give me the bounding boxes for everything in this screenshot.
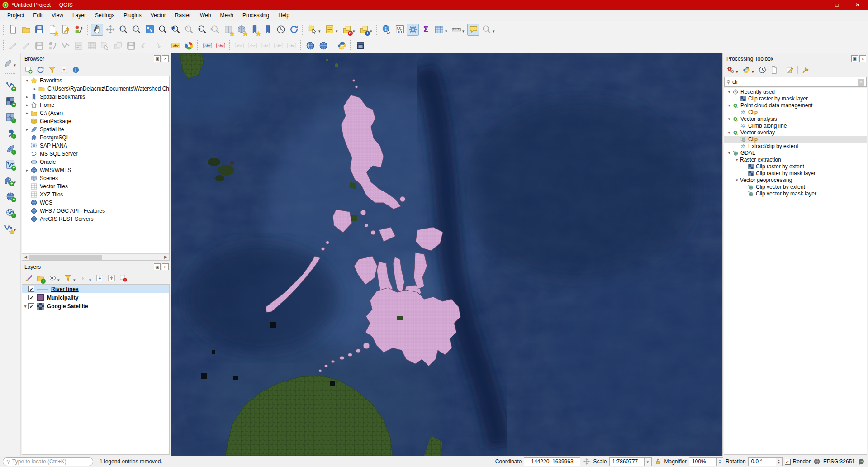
menu-plugins[interactable]: Plugins	[119, 11, 146, 20]
measure-icon[interactable]	[450, 24, 462, 36]
move-label-icon[interactable]	[272, 40, 285, 52]
expander-icon[interactable]: ▾	[734, 178, 740, 182]
expander-icon[interactable]: ▾	[726, 130, 732, 135]
toolbar-grip[interactable]	[301, 24, 305, 35]
python-scripts-icon-dropdown[interactable]: ▾	[752, 70, 755, 74]
pin-labels-icon[interactable]	[246, 40, 258, 52]
tree-item-clip-vector-by-extent[interactable]: Clip vector by extent	[724, 183, 867, 190]
history-icon[interactable]	[757, 65, 768, 76]
add-mesh-layer-icon[interactable]: +	[4, 111, 16, 123]
refresh-icon[interactable]	[288, 24, 300, 36]
add-virtual-layer-icon[interactable]: +	[4, 158, 16, 171]
menu-view[interactable]: View	[47, 11, 68, 20]
tree-item-clip[interactable]: Clip	[724, 136, 867, 143]
tree-item-gdal[interactable]: ▾GDAL	[724, 149, 867, 156]
browser-float-button[interactable]: ▣	[154, 55, 161, 62]
tree-item-clip-raster-by-extent[interactable]: Clip raster by extent	[724, 163, 867, 170]
select-features-icon-dropdown[interactable]: ▾	[318, 29, 322, 33]
add-raster-layer-icon[interactable]: +	[4, 95, 16, 107]
rotation-spinbox[interactable]: 0.0 ° ▲▼	[748, 457, 783, 466]
change-label-icon[interactable]	[285, 40, 298, 52]
scale-dropdown-icon[interactable]: ▾	[645, 457, 652, 466]
add-selected-layers-icon[interactable]	[23, 65, 34, 76]
save-project-icon[interactable]	[33, 24, 45, 36]
edit-features-inplace-icon[interactable]	[784, 65, 795, 76]
expander-icon[interactable]: ▸	[24, 95, 30, 99]
toolbar-grip[interactable]	[2, 40, 5, 51]
layers-close-button[interactable]: ×	[162, 263, 169, 270]
tree-item-clip-raster-by-mask-layer[interactable]: Clip raster by mask layer	[724, 170, 867, 176]
nominatim-search-icon-dropdown[interactable]: ▾	[493, 29, 496, 33]
annotation-toolbar-icon[interactable]	[2, 57, 14, 69]
processing-toolbox-icon[interactable]	[407, 24, 419, 36]
copy-features-icon[interactable]	[112, 40, 124, 52]
tree-item-clip-vector-by-mask-layer[interactable]: Clip vector by mask layer	[724, 190, 867, 197]
tree-item-spatialite[interactable]: ▸SpatiaLite	[22, 125, 169, 133]
unplaced-labels-icon[interactable]	[214, 40, 227, 52]
tree-item-xyz-tiles[interactable]: XYZ Tiles	[22, 191, 169, 199]
coordinate-input[interactable]: 144220, 1639963	[524, 457, 580, 466]
menu-processing[interactable]: Processing	[238, 11, 274, 20]
filter-legend-icon-dropdown[interactable]: ▾	[73, 278, 77, 282]
tree-item-clip-raster-by-mask-layer[interactable]: Clip raster by mask layer	[724, 95, 867, 102]
pan-map-icon[interactable]	[91, 24, 103, 36]
tree-item-point-cloud-data-management[interactable]: ▾Point cloud data management	[724, 102, 867, 109]
new-3d-map-view-icon[interactable]: ★	[235, 24, 247, 36]
layer-visibility-checkbox[interactable]: ✓	[28, 295, 34, 300]
toggle-editing-icon[interactable]	[20, 40, 32, 52]
scroll-left-icon[interactable]: ◀	[22, 255, 29, 259]
menu-layer[interactable]: Layer	[68, 11, 90, 20]
add-spatialite-layer-icon[interactable]: +	[4, 143, 16, 155]
show-statistics-icon[interactable]	[420, 24, 432, 36]
tree-item-sap-hana[interactable]: SAP HANA	[22, 142, 169, 150]
toolbar-grip[interactable]	[375, 24, 379, 35]
add-postgis-layer-icon-dropdown[interactable]: ▾	[14, 180, 18, 185]
paste-features-icon[interactable]	[125, 40, 137, 52]
manage-map-themes-icon[interactable]	[47, 273, 57, 284]
show-hidden-labels-icon[interactable]	[259, 40, 271, 52]
map-canvas[interactable]	[171, 53, 722, 456]
locate-input[interactable]: ⚲ Type to locate (Ctrl+K)	[3, 457, 93, 466]
manage-map-themes-icon-dropdown[interactable]: ▾	[57, 278, 61, 282]
select-by-form-icon[interactable]	[323, 24, 336, 36]
tree-item-scenes[interactable]: Scenes	[22, 174, 169, 182]
tree-item-ms-sql-server[interactable]: MS SQL Server	[22, 150, 169, 158]
menu-project[interactable]: Project	[3, 11, 28, 20]
magnifier-spin-icons[interactable]: ▲▼	[717, 457, 723, 466]
python-console-icon[interactable]	[336, 40, 348, 52]
new-spatial-bookmark-icon[interactable]: ★	[248, 24, 261, 36]
layer-expander-icon[interactable]: ▾	[22, 304, 28, 309]
expand-all-icon[interactable]	[94, 273, 105, 284]
open-project-icon[interactable]	[20, 24, 32, 36]
new-project-icon[interactable]	[7, 24, 19, 36]
add-group-icon[interactable]: +	[35, 273, 46, 284]
tree-item-postgresql[interactable]: PostgreSQL	[22, 133, 169, 142]
expander-icon[interactable]: ▸	[24, 111, 30, 115]
toolbar-grip[interactable]	[349, 40, 353, 51]
menu-edit[interactable]: Edit	[28, 11, 47, 20]
expander-icon[interactable]: ▾	[726, 117, 732, 121]
zoom-next-icon[interactable]: ▸	[209, 24, 221, 36]
deselect-features-icon[interactable]: ✕	[341, 24, 353, 36]
lock-scale-icon[interactable]	[654, 457, 662, 466]
render-checkbox[interactable]: ✓	[785, 459, 791, 465]
layer-visibility-checkbox[interactable]: ✓	[28, 303, 34, 309]
pan-to-selection-icon[interactable]	[104, 24, 116, 36]
tree-item-c-users-ryandelacruz-documents-watershed-cha[interactable]: ▸C:\Users\RyanDelacruz\Documents\Watersh…	[22, 85, 169, 93]
filter-by-expression-icon[interactable]	[78, 273, 89, 284]
messages-icon[interactable]	[857, 457, 865, 466]
processing-search-input[interactable]: ⚲ cli ✕	[724, 77, 867, 87]
multiedit-attributes-icon[interactable]	[72, 40, 85, 52]
labeling-options-icon[interactable]	[201, 40, 213, 52]
zoom-to-selection-icon[interactable]	[157, 24, 169, 36]
show-spatial-bookmarks-icon[interactable]	[261, 24, 274, 36]
scale-combobox[interactable]: 1:7860777 ▾	[609, 457, 652, 466]
processing-close-button[interactable]: ×	[859, 55, 866, 62]
nominatim-search-icon[interactable]	[480, 24, 493, 36]
tree-item-wfs-ogc-api-features[interactable]: WFS / OGC API - Features	[22, 207, 169, 215]
layer-labeling-icon[interactable]	[170, 40, 182, 52]
remove-layer-icon[interactable]	[118, 273, 128, 284]
open-layer-styling-icon[interactable]	[23, 273, 34, 284]
enable-properties-widget-icon[interactable]	[70, 65, 81, 76]
toolbar-grip[interactable]	[228, 40, 232, 51]
